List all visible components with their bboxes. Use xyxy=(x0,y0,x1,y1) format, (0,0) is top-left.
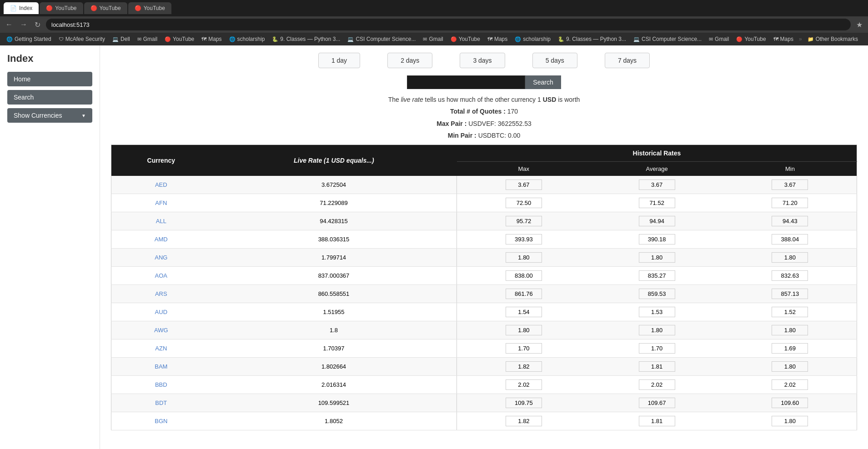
currency-table: Currency Live Rate (1 USD equals...) His… xyxy=(111,145,857,430)
max-value: 1.82 xyxy=(506,361,542,372)
bm-dell[interactable]: 💻 Dell xyxy=(110,35,133,43)
search-button[interactable]: Search xyxy=(7,90,92,105)
info-text: The live rate tells us how much of the o… xyxy=(111,95,857,105)
max-cell: 3.67 xyxy=(457,176,591,194)
bm-csi-1[interactable]: 💻 CSI Computer Science... xyxy=(345,35,418,43)
bm-maps-3[interactable]: 🗺 Maps xyxy=(771,35,796,43)
currency-cell: ARS xyxy=(111,284,211,303)
max-cell: 72.50 xyxy=(457,194,591,212)
reload-button[interactable]: ↻ xyxy=(33,19,42,31)
min-value: 1.52 xyxy=(772,307,808,317)
bm-gmail-3[interactable]: ✉ Gmail xyxy=(706,35,732,43)
currency-link[interactable]: ANG xyxy=(155,254,167,261)
bm-youtube-2[interactable]: 🔴 YouTube xyxy=(448,35,483,43)
currency-link[interactable]: ARS xyxy=(155,290,167,297)
avg-value: 94.94 xyxy=(639,216,675,226)
currency-link[interactable]: ALL xyxy=(156,218,166,224)
currency-link[interactable]: BDT xyxy=(155,399,167,406)
min-cell: 1.80 xyxy=(723,412,857,430)
min-pair-label: Min Pair : xyxy=(448,132,477,139)
bm-python-2[interactable]: 🐍 9. Classes — Python 3... xyxy=(555,35,629,43)
currency-link[interactable]: AWG xyxy=(154,327,168,334)
day-btn-1[interactable]: 1 day xyxy=(318,53,360,68)
avg-cell: 109.67 xyxy=(591,394,723,412)
min-cell: 388.04 xyxy=(723,230,857,248)
tab-youtube-1[interactable]: 🔴 YouTube xyxy=(40,2,83,14)
bm-youtube-3[interactable]: 🔴 YouTube xyxy=(733,35,768,43)
currency-link[interactable]: BAM xyxy=(155,363,167,370)
currency-cell: AMD xyxy=(111,230,211,248)
bm-youtube-1[interactable]: 🔴 YouTube xyxy=(162,35,197,43)
tab-favicon-yt2: 🔴 xyxy=(90,5,97,11)
currency-cell: BBD xyxy=(111,375,211,394)
bm-label-other: Other Bookmarks xyxy=(816,36,858,42)
search-submit-button[interactable]: Search xyxy=(525,75,561,89)
currency-link[interactable]: AMD xyxy=(155,236,168,243)
avg-value: 1.81 xyxy=(639,361,675,372)
sidebar: Index Home Search Show Currencies ▼ xyxy=(0,45,100,449)
forward-button[interactable]: → xyxy=(18,19,29,30)
currency-link[interactable]: AOA xyxy=(155,272,167,279)
tab-youtube-3[interactable]: 🔴 YouTube xyxy=(128,2,171,14)
currency-cell: BAM xyxy=(111,357,211,375)
bm-icon-scholarship1: 🌐 xyxy=(229,36,236,42)
bm-scholarship-2[interactable]: 🌐 scholarship xyxy=(512,35,553,43)
max-cell: 109.75 xyxy=(457,394,591,412)
bm-label-gmail3: Gmail xyxy=(715,36,729,42)
address-bar[interactable] xyxy=(46,19,851,30)
col-subheader-max: Max xyxy=(457,161,591,176)
max-value: 109.75 xyxy=(506,398,542,408)
bm-python-1[interactable]: 🐍 9. Classes — Python 3... xyxy=(269,35,343,43)
col-header-historical: Historical Rates xyxy=(457,145,857,161)
bm-gmail-1[interactable]: ✉ Gmail xyxy=(135,35,160,43)
currency-link[interactable]: BGN xyxy=(155,418,167,424)
min-value: 1.69 xyxy=(772,343,808,354)
currency-link[interactable]: AUD xyxy=(155,309,167,315)
max-value: 1.70 xyxy=(506,343,542,354)
bm-scholarship-1[interactable]: 🌐 scholarship xyxy=(226,35,268,43)
table-row: BDT 109.599521 109.75 109.67 109.60 xyxy=(111,394,857,412)
bm-csi-2[interactable]: 💻 CSI Computer Science... xyxy=(631,35,704,43)
min-cell: 1.69 xyxy=(723,339,857,357)
bm-label-gmail2: Gmail xyxy=(429,36,443,42)
bm-label-python1: 9. Classes — Python 3... xyxy=(280,36,340,42)
table-row: AMD 388.036315 393.93 390.18 388.04 xyxy=(111,230,857,248)
currency-link[interactable]: AED xyxy=(155,181,167,188)
bm-other[interactable]: 📁 Other Bookmarks xyxy=(805,35,861,43)
bookmark-star[interactable]: ★ xyxy=(854,19,864,31)
bm-mcafee[interactable]: 🛡 McAfee Security xyxy=(56,35,108,43)
live-rate-cell: 1.70397 xyxy=(211,339,457,357)
bm-gmail-2[interactable]: ✉ Gmail xyxy=(420,35,446,43)
max-value: 838.00 xyxy=(506,270,542,281)
bm-maps-2[interactable]: 🗺 Maps xyxy=(485,35,510,43)
min-cell: 857.13 xyxy=(723,284,857,303)
max-cell: 1.54 xyxy=(457,303,591,321)
day-btn-2[interactable]: 2 days xyxy=(387,53,432,68)
tab-active[interactable]: 📄 Index xyxy=(4,2,39,14)
avg-value: 1.53 xyxy=(639,307,675,317)
avg-value: 1.81 xyxy=(639,416,675,426)
search-input[interactable] xyxy=(407,75,525,89)
currency-link[interactable]: AZN xyxy=(155,345,167,352)
show-currencies-button[interactable]: Show Currencies ▼ xyxy=(7,108,92,123)
currency-link[interactable]: AFN xyxy=(155,200,167,206)
day-btn-7[interactable]: 7 days xyxy=(605,53,650,68)
bm-maps-1[interactable]: 🗺 Maps xyxy=(199,35,224,43)
page-layout: Index Home Search Show Currencies ▼ 1 da… xyxy=(0,45,868,449)
back-button[interactable]: ← xyxy=(4,19,15,30)
live-rate-cell: 1.802664 xyxy=(211,357,457,375)
bm-label-python2: 9. Classes — Python 3... xyxy=(566,36,626,42)
bm-getting-started[interactable]: 🌐 Getting Started xyxy=(4,35,54,43)
avg-cell: 835.27 xyxy=(591,266,723,284)
max-value: 1.82 xyxy=(506,416,542,426)
currency-link[interactable]: BBD xyxy=(155,381,167,388)
live-rate-cell: 1.8052 xyxy=(211,412,457,430)
tab-youtube-2[interactable]: 🔴 YouTube xyxy=(84,2,127,14)
day-btn-5[interactable]: 5 days xyxy=(532,53,577,68)
bm-icon-other: 📁 xyxy=(808,36,814,42)
live-rate-cell: 1.8 xyxy=(211,321,457,339)
home-button[interactable]: Home xyxy=(7,72,92,86)
day-btn-3[interactable]: 3 days xyxy=(460,53,505,68)
max-value: 393.93 xyxy=(506,234,542,244)
bm-label-yt2: YouTube xyxy=(459,36,480,42)
